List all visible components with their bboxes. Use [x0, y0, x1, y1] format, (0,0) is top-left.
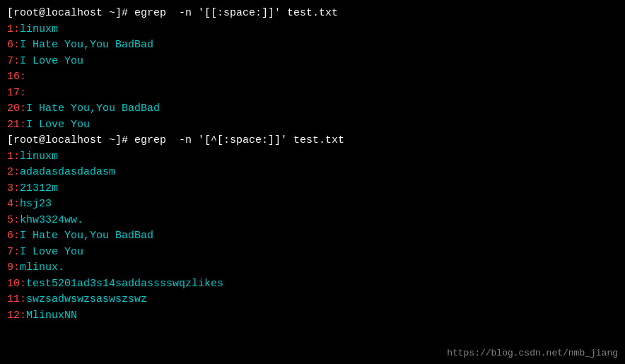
watermark-text: https://blog.csdn.net/nmb_jiang [447, 348, 618, 358]
terminal-text: 2: [7, 166, 20, 178]
terminal-text: I Love You [20, 55, 83, 67]
terminal-text: 12: [7, 310, 26, 322]
terminal-line: [root@localhost ~]# egrep -n '[^[:space:… [7, 133, 618, 149]
terminal-line: 12:MlinuxNN [7, 308, 618, 324]
terminal-text: I Hate You,You BadBad [26, 102, 160, 115]
terminal-text: [root@localhost ~]# egrep -n '[[:space:]… [7, 7, 338, 19]
terminal-text: 7: [7, 246, 20, 258]
terminal-line: 10:test5201ad3s14saddasssswqzlikes [7, 276, 618, 293]
terminal-text: I Hate You,You BadBad [20, 39, 153, 51]
terminal-text: 4: [7, 198, 20, 210]
terminal-text: 21: [7, 119, 26, 131]
terminal-text: mlinux. [20, 262, 64, 274]
terminal-text: 1: [7, 151, 20, 163]
terminal-line: 7:I Love You [7, 245, 618, 261]
terminal-text: linuxm [20, 151, 58, 163]
terminal-line: 3:21312m [7, 181, 618, 197]
terminal-text: 11: [7, 293, 26, 305]
terminal-text: I Hate You,You BadBad [20, 230, 153, 242]
terminal-text: hsj23 [20, 198, 52, 210]
terminal-text: [root@localhost ~]# egrep -n '[^[:space:… [7, 134, 344, 146]
terminal-text: adadasdasdadasm [20, 166, 115, 178]
terminal-line: 21:I Love You [7, 117, 618, 134]
terminal-line: 1:linuxm [7, 22, 618, 38]
terminal-line: 1:linuxm [7, 149, 618, 165]
terminal-line: 16: [7, 69, 618, 86]
terminal-text: 9: [7, 262, 20, 274]
terminal-text: swzsadwswzsaswszswz [26, 293, 147, 305]
terminal-line: 6:I Hate You,You BadBad [7, 37, 618, 54]
terminal-text: 6: [7, 39, 20, 51]
terminal-text: 6: [7, 230, 20, 242]
terminal-line: 20:I Hate You,You BadBad [7, 101, 618, 117]
terminal-text: I Love You [26, 119, 90, 131]
terminal-text: MlinuxNN [26, 310, 77, 322]
terminal-text: I Love You [20, 246, 83, 258]
terminal-text: 5: [7, 214, 20, 226]
terminal-text: 21312m [20, 182, 58, 194]
terminal-text: 20: [7, 102, 26, 115]
terminal-line: 9:mlinux. [7, 260, 618, 276]
terminal: [root@localhost ~]# egrep -n '[[:space:]… [7, 6, 618, 358]
terminal-line: 7:I Love You [7, 54, 618, 70]
terminal-line: 17: [7, 86, 618, 102]
terminal-text: 1: [7, 23, 20, 35]
terminal-line: 11:swzsadwswzsaswszswz [7, 292, 618, 308]
terminal-text: khw3324ww. [20, 214, 83, 226]
terminal-text: 10: [7, 278, 26, 290]
terminal-line: 4:hsj23 [7, 196, 618, 213]
terminal-text: 7: [7, 55, 20, 67]
terminal-text: 16: [7, 71, 26, 83]
terminal-line: 5:khw3324ww. [7, 213, 618, 229]
terminal-line: 2:adadasdasdadasm [7, 165, 618, 181]
terminal-text: 17: [7, 87, 26, 99]
terminal-line: [root@localhost ~]# egrep -n '[[:space:]… [7, 6, 618, 22]
terminal-line: 6:I Hate You,You BadBad [7, 228, 618, 245]
terminal-text: 3: [7, 182, 20, 194]
terminal-text: linuxm [20, 23, 58, 35]
terminal-text: test5201ad3s14saddasssswqzlikes [26, 278, 223, 290]
